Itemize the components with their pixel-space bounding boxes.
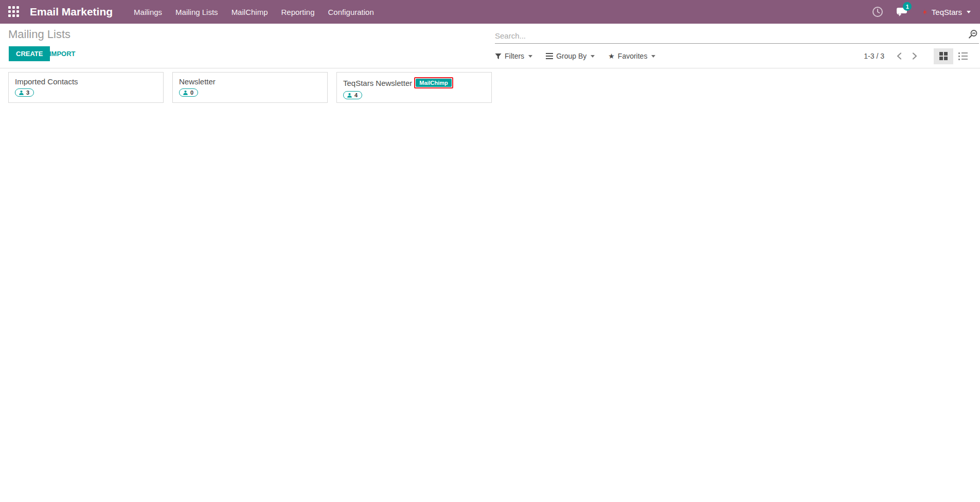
mailchimp-tag: MailChimp bbox=[416, 79, 452, 87]
actions-row: CREATE IMPORT Filters Group By ★ bbox=[0, 44, 980, 68]
view-switcher bbox=[934, 48, 973, 64]
filter-funnel-icon bbox=[495, 53, 502, 60]
filters-dropdown[interactable]: Filters bbox=[495, 52, 532, 60]
list-view-icon bbox=[958, 52, 968, 60]
pager-previous-button[interactable] bbox=[892, 50, 907, 62]
card-title: TeqStars Newsletter bbox=[343, 79, 412, 87]
group-by-bars-icon bbox=[546, 53, 553, 59]
search-options: Filters Group By ★ Favorites bbox=[495, 44, 655, 68]
teqstars-logo-icon: ✶ bbox=[921, 8, 928, 16]
menu-mailchimp[interactable]: MailChimp bbox=[225, 0, 275, 24]
mailchimp-tag-highlight: MailChimp bbox=[414, 77, 453, 88]
user-name: TeqStars bbox=[932, 8, 962, 16]
chevron-left-icon bbox=[896, 52, 902, 60]
empty-area bbox=[501, 72, 972, 103]
mailing-list-card-newsletter[interactable]: Newsletter 0 bbox=[172, 72, 328, 103]
page: Email Marketing Mailings Mailing Lists M… bbox=[0, 0, 980, 502]
user-menu[interactable]: ✶ TeqStars bbox=[921, 8, 971, 16]
menu-mailing-lists[interactable]: Mailing Lists bbox=[169, 0, 225, 24]
app-title: Email Marketing bbox=[30, 6, 113, 18]
breadcrumb-search-row: Mailing Lists bbox=[0, 24, 980, 44]
contacts-count-badge[interactable]: 4 bbox=[343, 91, 362, 99]
contacts-count: 3 bbox=[26, 89, 29, 96]
messages-count-badge: 1 bbox=[903, 2, 912, 11]
contact-person-icon bbox=[347, 93, 352, 98]
filters-label: Filters bbox=[505, 52, 524, 60]
messages-icon[interactable]: 1 bbox=[896, 6, 909, 17]
create-button[interactable]: CREATE bbox=[9, 46, 50, 61]
kanban-view: Imported Contacts 3 Newsletter 0 bbox=[0, 68, 980, 106]
kanban-view-button[interactable] bbox=[934, 48, 953, 64]
top-navbar: Email Marketing Mailings Mailing Lists M… bbox=[0, 0, 980, 24]
chevron-down-icon bbox=[528, 55, 532, 58]
favorites-dropdown[interactable]: ★ Favorites bbox=[608, 52, 655, 60]
pager: 1-3 / 3 bbox=[864, 44, 973, 68]
menu-mailings[interactable]: Mailings bbox=[127, 0, 169, 24]
contacts-count: 0 bbox=[190, 89, 193, 96]
search-input[interactable] bbox=[495, 28, 965, 43]
favorites-star-icon: ★ bbox=[608, 52, 615, 60]
favorites-label: Favorites bbox=[618, 52, 648, 60]
chevron-down-icon bbox=[591, 55, 595, 58]
mailing-list-card-imported-contacts[interactable]: Imported Contacts 3 bbox=[8, 72, 164, 103]
contacts-count: 4 bbox=[354, 92, 358, 98]
menu-reporting[interactable]: Reporting bbox=[274, 0, 321, 24]
pager-range: 1-3 / 3 bbox=[864, 52, 884, 60]
contact-person-icon bbox=[19, 90, 24, 96]
group-by-dropdown[interactable]: Group By bbox=[546, 52, 595, 60]
chevron-down-icon bbox=[651, 55, 655, 58]
pager-next-button[interactable] bbox=[907, 50, 922, 62]
list-view-button[interactable] bbox=[953, 48, 973, 64]
chevron-down-icon bbox=[967, 11, 971, 13]
chevron-right-icon bbox=[912, 52, 918, 60]
card-title: Imported Contacts bbox=[15, 77, 78, 86]
top-menu: Mailings Mailing Lists MailChimp Reporti… bbox=[127, 0, 381, 24]
group-by-label: Group By bbox=[556, 52, 586, 60]
mailing-list-card-teqstars-newsletter[interactable]: TeqStars Newsletter MailChimp 4 bbox=[336, 72, 492, 103]
control-panel: Mailing Lists CREATE IMPORT bbox=[0, 24, 980, 68]
page-title: Mailing Lists bbox=[8, 28, 70, 41]
contact-person-icon bbox=[183, 90, 188, 96]
activities-clock-icon[interactable] bbox=[872, 6, 883, 17]
card-title: Newsletter bbox=[179, 77, 216, 86]
contacts-count-badge[interactable]: 3 bbox=[15, 88, 34, 97]
import-button[interactable]: IMPORT bbox=[49, 46, 76, 61]
search-icon[interactable] bbox=[968, 29, 978, 42]
contacts-count-badge[interactable]: 0 bbox=[179, 88, 198, 97]
menu-configuration[interactable]: Configuration bbox=[322, 0, 381, 24]
apps-menu-icon[interactable] bbox=[8, 6, 20, 17]
kanban-view-icon bbox=[939, 52, 948, 60]
topbar-right: 1 ✶ TeqStars bbox=[872, 6, 973, 17]
search-bar bbox=[495, 28, 979, 44]
